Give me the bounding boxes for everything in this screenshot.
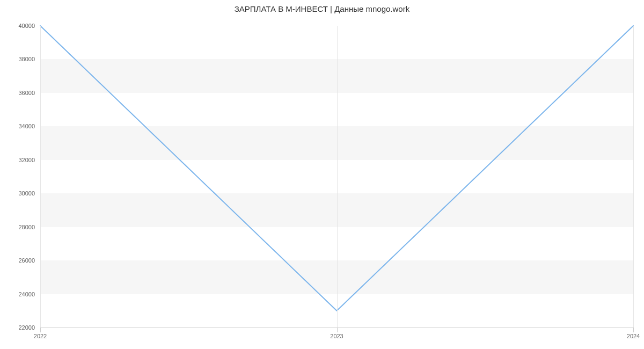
x-axis: 202220232024 (40, 328, 633, 344)
y-tick-label: 38000 (18, 56, 35, 62)
y-tick-label: 30000 (18, 190, 35, 197)
y-tick-label: 36000 (18, 90, 35, 96)
y-tick-label: 34000 (18, 123, 35, 129)
y-tick-label: 26000 (18, 257, 35, 264)
chart-container: ЗАРПЛАТА В М-ИНВЕСТ | Данные mnogo.work … (0, 0, 644, 349)
y-tick-label: 24000 (18, 291, 35, 297)
x-tick-mark (337, 327, 338, 332)
y-tick-label: 28000 (18, 224, 35, 230)
x-tick-mark (40, 327, 41, 332)
y-tick-label: 22000 (18, 324, 35, 331)
x-tick-label: 2024 (627, 333, 640, 339)
x-tick-label: 2022 (34, 333, 47, 339)
y-tick-label: 40000 (18, 23, 35, 29)
x-gridline (633, 26, 634, 328)
chart-title: ЗАРПЛАТА В М-ИНВЕСТ | Данные mnogo.work (0, 4, 644, 13)
x-tick-label: 2023 (330, 333, 343, 339)
x-gridline (40, 26, 41, 328)
y-tick-label: 32000 (18, 157, 35, 163)
y-axis: 2200024000260002800030000320003400036000… (0, 26, 40, 328)
x-gridline (337, 26, 338, 328)
x-tick-mark (633, 327, 634, 332)
